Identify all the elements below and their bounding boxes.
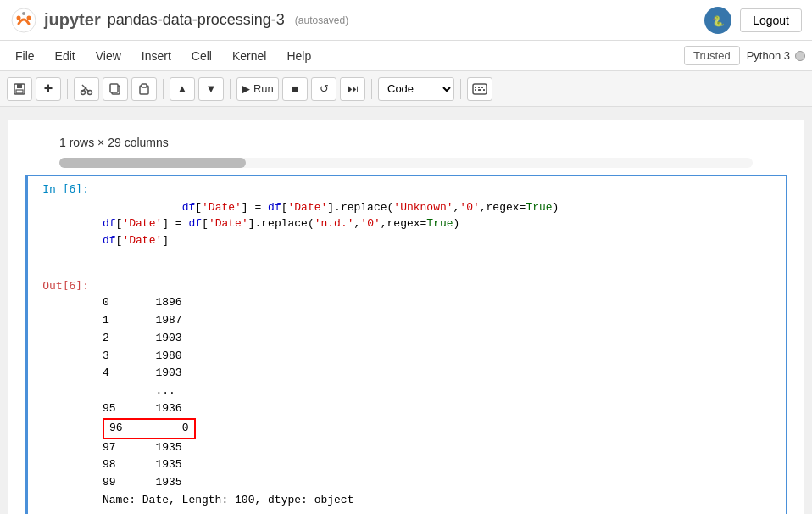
svg-rect-23 <box>483 89 485 91</box>
cell-type-select[interactable]: Code <box>378 77 454 101</box>
menu-item-kernel[interactable]: Kernel <box>224 45 275 67</box>
code-cell: In [6]: df['Date'] = df['Date'].replace(… <box>25 175 787 514</box>
scroll-thumb[interactable] <box>59 158 246 168</box>
output-highlighted-row: 96 0 <box>103 418 196 439</box>
run-icon: ▶ Run <box>242 82 273 95</box>
separator-2 <box>163 79 164 99</box>
notebook-title: pandas-data-processing-3 <box>108 11 285 29</box>
scroll-track <box>59 158 753 168</box>
menu-bar: File Edit View Insert Cell Kernel Help T… <box>0 41 812 71</box>
svg-text:🐍: 🐍 <box>712 14 725 27</box>
menu-item-help[interactable]: Help <box>278 45 320 67</box>
row-count-text: 1 rows × 29 columns <box>59 136 169 149</box>
arrow-down-icon: ▼ <box>206 82 217 95</box>
jupyter-logo-icon <box>10 7 37 34</box>
svg-rect-8 <box>16 90 23 93</box>
keyboard-shortcuts-button[interactable] <box>467 77 492 101</box>
svg-rect-20 <box>481 87 483 88</box>
move-down-button[interactable]: ▼ <box>198 77 224 101</box>
svg-point-11 <box>88 90 92 94</box>
menu-item-view[interactable]: View <box>87 45 130 67</box>
cell-input: In [6]: df['Date'] = df['Date'].replace(… <box>28 176 786 272</box>
separator-5 <box>460 79 461 99</box>
svg-rect-22 <box>478 89 481 91</box>
copy-icon <box>108 82 122 96</box>
cut-icon <box>80 82 93 96</box>
menu-item-edit[interactable]: Edit <box>47 45 84 67</box>
add-cell-button[interactable]: + <box>36 77 61 101</box>
svg-rect-21 <box>475 89 476 91</box>
plus-icon: + <box>44 80 53 98</box>
kernel-info: Python 3 <box>747 49 805 62</box>
cell-out-prompt: Out[6]: <box>28 272 96 299</box>
menu-item-file[interactable]: File <box>7 45 43 67</box>
output-line-rest: 97 1935 98 1935 99 1935 Name: Date, Leng… <box>103 441 353 506</box>
svg-point-1 <box>17 15 21 20</box>
python-logo-icon: 🐍 <box>704 7 731 34</box>
output-line-0: 0 1896 1 1987 2 1903 3 1980 4 1903 ... 9… <box>103 296 182 415</box>
stop-icon: ■ <box>292 82 298 95</box>
autosaved-label: (autosaved) <box>295 14 348 26</box>
fast-forward-button[interactable]: ⏭ <box>340 77 365 101</box>
menu-items: File Edit View Insert Cell Kernel Help <box>7 45 320 67</box>
stop-button[interactable]: ■ <box>282 77 308 101</box>
row-info: 1 rows × 29 columns <box>8 132 804 158</box>
cell-code[interactable]: df['Date'] = df['Date'].replace('Unknown… <box>96 176 786 272</box>
cell-in-prompt: In [6]: <box>28 176 96 202</box>
cut-button[interactable] <box>74 77 99 101</box>
top-bar: jupyter pandas-data-processing-3 (autosa… <box>0 0 812 41</box>
menu-item-insert[interactable]: Insert <box>133 45 180 67</box>
save-icon <box>13 82 26 96</box>
move-up-button[interactable]: ▲ <box>170 77 195 101</box>
paste-icon <box>137 82 151 96</box>
restart-icon: ↺ <box>320 82 329 95</box>
separator-1 <box>67 79 68 99</box>
jupyter-brand: jupyter <box>44 10 101 30</box>
page-wrapper: jupyter pandas-data-processing-3 (autosa… <box>0 0 812 514</box>
menu-item-cell[interactable]: Cell <box>183 45 220 67</box>
svg-rect-19 <box>478 87 480 88</box>
run-button[interactable]: ▶ Run <box>236 77 279 101</box>
keyboard-icon <box>472 83 487 95</box>
top-bar-left: jupyter pandas-data-processing-3 (autosa… <box>10 7 348 34</box>
svg-rect-14 <box>110 84 118 92</box>
copy-button[interactable] <box>103 77 128 101</box>
kernel-status-icon <box>795 51 805 61</box>
arrow-up-icon: ▲ <box>177 82 188 95</box>
notebook-area: 1 rows × 29 columns In [6]: df['Date'] =… <box>0 107 812 514</box>
trusted-badge[interactable]: Trusted <box>684 46 740 65</box>
menu-bar-right: Trusted Python 3 <box>684 46 805 65</box>
toolbar: + ▲ <box>0 71 812 107</box>
top-bar-right: 🐍 Logout <box>704 7 802 34</box>
save-button[interactable] <box>7 77 32 101</box>
fast-forward-icon: ⏭ <box>348 82 359 95</box>
paste-button[interactable] <box>131 77 157 101</box>
cell-output: Out[6]: 0 1896 1 1987 2 1903 3 1980 4 19… <box>28 272 786 515</box>
svg-point-3 <box>22 12 25 15</box>
kernel-name-label: Python 3 <box>747 49 790 62</box>
separator-3 <box>230 79 231 99</box>
svg-point-2 <box>27 15 31 20</box>
svg-rect-16 <box>142 84 147 87</box>
restart-button[interactable]: ↺ <box>311 77 336 101</box>
separator-4 <box>371 79 372 99</box>
scroll-area <box>8 158 804 168</box>
code-text: df['Date'] = df['Date'].replace('Unknown… <box>103 201 559 247</box>
svg-rect-18 <box>475 87 476 88</box>
svg-rect-7 <box>17 84 22 88</box>
output-content: 0 1896 1 1987 2 1903 3 1980 4 1903 ... 9… <box>96 272 786 515</box>
logout-button[interactable]: Logout <box>740 8 802 32</box>
